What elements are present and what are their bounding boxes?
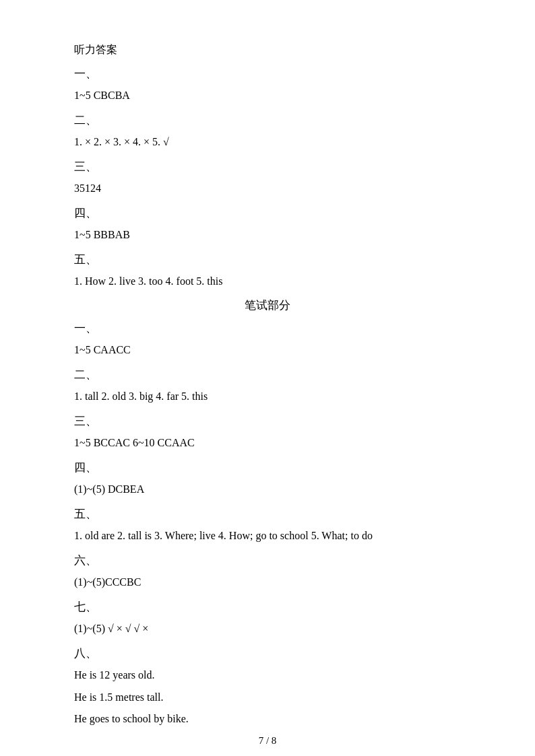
listening-section-4: 四、 1~5 BBBAB [74, 203, 461, 246]
listening-content-2: 1. × 2. × 3. × 4. × 5. √ [74, 132, 461, 152]
listening-title: 听力答案 [74, 40, 461, 60]
written-label-7: 七、 [74, 597, 461, 618]
written-label-3: 三、 [74, 411, 461, 432]
written-section-6: 六、 (1)~(5)CCCBC [74, 551, 461, 593]
written-label-1: 一、 [74, 318, 461, 339]
written-content-8-line3: He goes to school by bike. [74, 709, 461, 729]
written-content-3: 1~5 BCCAC 6~10 CCAAC [74, 433, 461, 453]
listening-label-3: 三、 [74, 157, 461, 178]
written-section-7: 七、 (1)~(5) √ × √ √ × [74, 597, 461, 640]
written-section-4: 四、 (1)~(5) DCBEA [74, 458, 461, 500]
listening-content-5: 1. How 2. live 3. too 4. foot 5. this [74, 271, 461, 291]
written-section-5: 五、 1. old are 2. tall is 3. Where; live … [74, 504, 461, 547]
listening-content-1: 1~5 CBCBA [74, 85, 461, 106]
written-label-8: 八、 [74, 644, 461, 664]
listening-label-1: 一、 [74, 64, 461, 85]
listening-label-4: 四、 [74, 203, 461, 224]
listening-section-5: 五、 1. How 2. live 3. too 4. foot 5. this [74, 250, 461, 292]
page: 听力答案 一、 1~5 CBCBA 二、 1. × 2. × 3. × 4. ×… [0, 0, 535, 756]
written-content-8-line2: He is 1.5 metres tall. [74, 687, 461, 708]
written-section-1: 一、 1~5 CAACC [74, 318, 461, 361]
written-content-2: 1. tall 2. old 3. big 4. far 5. this [74, 386, 461, 407]
listening-label-5: 五、 [74, 250, 461, 271]
written-content-7: (1)~(5) √ × √ √ × [74, 619, 461, 639]
written-section-2: 二、 1. tall 2. old 3. big 4. far 5. this [74, 365, 461, 407]
listening-content-3: 35124 [74, 178, 461, 199]
page-number: 7 / 8 [259, 735, 277, 747]
written-section-3: 三、 1~5 BCCAC 6~10 CCAAC [74, 411, 461, 454]
listening-section-3: 三、 35124 [74, 157, 461, 199]
written-content-1: 1~5 CAACC [74, 340, 461, 360]
written-content-4: (1)~(5) DCBEA [74, 479, 461, 500]
listening-section-2: 二、 1. × 2. × 3. × 4. × 5. √ [74, 110, 461, 153]
written-label-4: 四、 [74, 458, 461, 479]
written-title: 笔试部分 [74, 298, 461, 313]
written-label-2: 二、 [74, 365, 461, 386]
written-label-5: 五、 [74, 504, 461, 525]
listening-section-1: 一、 1~5 CBCBA [74, 64, 461, 106]
written-content-8-line1: He is 12 years old. [74, 665, 461, 685]
written-content-5: 1. old are 2. tall is 3. Where; live 4. … [74, 526, 461, 546]
listening-title-section: 听力答案 [74, 40, 461, 60]
written-content-6: (1)~(5)CCCBC [74, 572, 461, 592]
written-section-8: 八、 He is 12 years old. He is 1.5 metres … [74, 644, 461, 730]
written-label-6: 六、 [74, 551, 461, 572]
listening-label-2: 二、 [74, 110, 461, 131]
listening-content-4: 1~5 BBBAB [74, 225, 461, 245]
